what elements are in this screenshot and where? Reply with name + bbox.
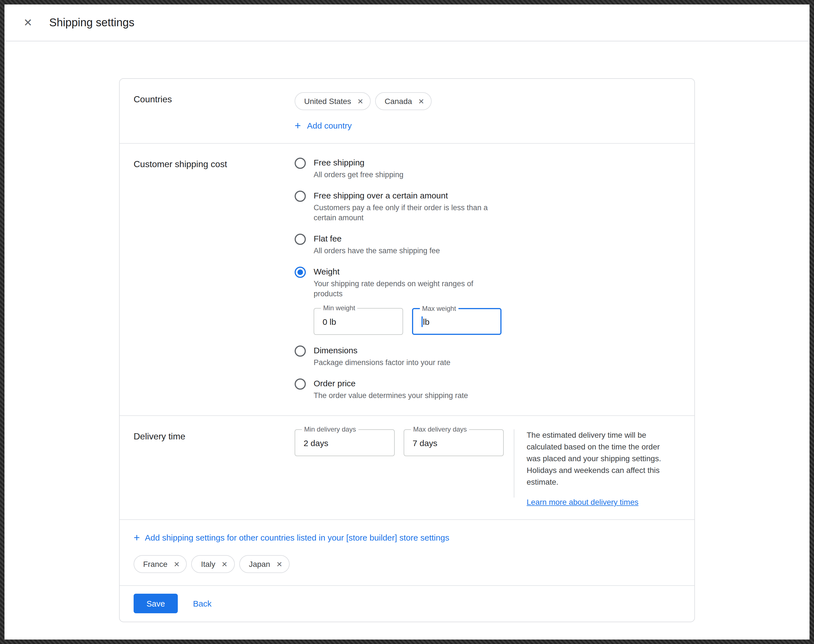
option-order-price[interactable]: Order price The order value determines y… [294, 378, 678, 401]
country-chip-japan[interactable]: Japan ✕ [239, 555, 290, 573]
chip-label: United States [304, 97, 351, 106]
add-other-countries-button[interactable]: + Add shipping settings for other countr… [133, 532, 678, 543]
option-title: Free shipping over a certain amount [314, 190, 504, 201]
save-button[interactable]: Save [133, 594, 178, 613]
delivery-time-section: Delivery time Min delivery days 2 days M… [120, 416, 694, 519]
min-delivery-days-value: 2 days [295, 430, 394, 455]
other-countries-chip-row: France ✕ Italy ✕ Japan ✕ [133, 555, 678, 573]
dialog-footer: Save Back [120, 586, 694, 622]
max-delivery-days-value: 7 days [404, 430, 503, 455]
min-weight-value: 0 lb [314, 308, 403, 334]
min-delivery-days-field[interactable]: Min delivery days 2 days [294, 429, 395, 456]
close-icon[interactable]: ✕ [21, 17, 35, 28]
settings-card: Countries United States ✕ Canada ✕ + Add… [119, 78, 695, 622]
chip-close-icon[interactable]: ✕ [221, 560, 228, 568]
shipping-cost-label: Customer shipping cost [133, 157, 294, 403]
option-flat-fee[interactable]: Flat fee All orders have the same shippi… [294, 233, 678, 256]
dialog-header: ✕ Shipping settings [5, 5, 809, 41]
plus-icon: + [133, 532, 140, 543]
countries-label: Countries [133, 92, 294, 131]
option-free-shipping[interactable]: Free shipping All orders get free shippi… [294, 157, 678, 180]
page-title: Shipping settings [49, 16, 135, 29]
option-title: Flat fee [314, 233, 440, 244]
radio-order-price[interactable] [294, 379, 306, 389]
delivery-estimate-note: The estimated delivery time will be calc… [527, 429, 670, 488]
chip-close-icon[interactable]: ✕ [276, 560, 282, 568]
option-title: Dimensions [314, 345, 450, 356]
weight-range-fields: Min weight 0 lb Max weight lb [314, 308, 678, 335]
option-title: Order price [314, 378, 468, 389]
min-weight-label: Min weight [321, 304, 357, 312]
option-description: All orders get free shipping [314, 170, 403, 180]
max-delivery-days-field[interactable]: Max delivery days 7 days [404, 429, 504, 456]
option-title: Free shipping [314, 157, 403, 168]
shipping-cost-section: Customer shipping cost Free shipping All… [120, 144, 694, 416]
option-description: Customers pay a fee only if their order … [314, 203, 504, 223]
chip-close-icon[interactable]: ✕ [357, 98, 363, 105]
back-button[interactable]: Back [193, 599, 212, 608]
countries-section: Countries United States ✕ Canada ✕ + Add… [120, 79, 694, 143]
chip-label: Japan [249, 560, 270, 569]
radio-weight[interactable] [294, 267, 306, 278]
max-weight-value: lb [423, 317, 429, 326]
option-description: All orders have the same shipping fee [314, 246, 440, 256]
screenshot-frame: ✕ Shipping settings Countries United Sta… [0, 0, 814, 644]
other-countries-section: + Add shipping settings for other countr… [120, 520, 694, 585]
radio-flat-fee[interactable] [294, 234, 306, 245]
country-chip-italy[interactable]: Italy ✕ [192, 555, 235, 573]
max-delivery-days-label: Max delivery days [411, 425, 469, 433]
chip-close-icon[interactable]: ✕ [173, 560, 180, 568]
option-description: Package dimensions factor into your rate [314, 358, 450, 368]
chip-label: Canada [385, 97, 412, 106]
radio-free-shipping-over-amount[interactable] [294, 191, 306, 202]
option-description: Your shipping rate depends on weight ran… [314, 279, 504, 299]
chip-label: Italy [201, 560, 215, 569]
country-chip-canada[interactable]: Canada ✕ [375, 92, 432, 110]
option-title: Weight [314, 266, 504, 277]
add-country-label: Add country [307, 121, 352, 130]
chip-close-icon[interactable]: ✕ [418, 98, 424, 105]
countries-chip-row: United States ✕ Canada ✕ [294, 92, 678, 110]
max-weight-label: Max weight [420, 305, 458, 313]
option-description: The order value determines your shipping… [314, 391, 468, 401]
add-country-button[interactable]: + Add country [294, 120, 678, 131]
text-cursor [422, 316, 422, 327]
min-weight-field[interactable]: Min weight 0 lb [314, 308, 403, 335]
shipping-settings-dialog: ✕ Shipping settings Countries United Sta… [5, 5, 809, 639]
learn-more-link[interactable]: Learn more about delivery times [527, 498, 638, 506]
option-dimensions[interactable]: Dimensions Package dimensions factor int… [294, 345, 678, 368]
delivery-days-fields: Min delivery days 2 days Max delivery da… [294, 429, 504, 507]
max-weight-field[interactable]: Max weight lb [412, 308, 501, 335]
add-other-countries-label: Add shipping settings for other countrie… [145, 533, 449, 542]
option-free-shipping-over-amount[interactable]: Free shipping over a certain amount Cust… [294, 190, 678, 223]
chip-label: France [143, 560, 167, 569]
country-chip-united-states[interactable]: United States ✕ [294, 92, 371, 110]
country-chip-france[interactable]: France ✕ [133, 555, 187, 573]
plus-icon: + [294, 120, 301, 131]
radio-free-shipping[interactable] [294, 158, 306, 169]
option-weight[interactable]: Weight Your shipping rate depends on wei… [294, 266, 678, 299]
min-delivery-days-label: Min delivery days [302, 425, 358, 433]
radio-dimensions[interactable] [294, 345, 306, 357]
delivery-time-label: Delivery time [133, 429, 294, 507]
